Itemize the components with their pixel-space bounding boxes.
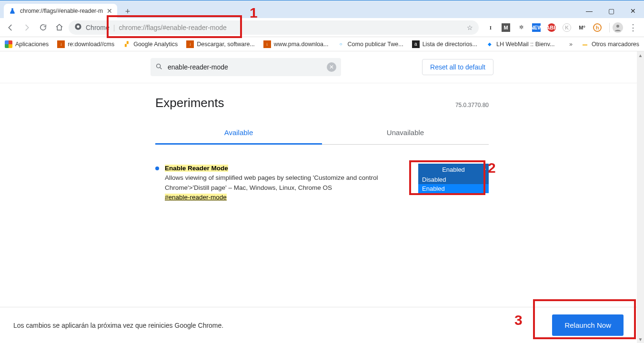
relaunch-bar: Los cambios se aplicarán la próxima vez … — [0, 307, 637, 343]
tab-unavailable[interactable]: Unavailable — [322, 122, 489, 144]
ext-k-icon[interactable]: K — [563, 23, 571, 32]
svg-point-2 — [616, 25, 619, 28]
url-prefix: Chrome — [86, 24, 110, 31]
minimize-button[interactable]: — — [578, 4, 600, 18]
svg-point-1 — [77, 25, 79, 28]
ext-m-icon[interactable]: M° — [578, 23, 586, 32]
new-tab-button[interactable]: + — [121, 5, 134, 18]
close-tab-icon[interactable]: ✕ — [107, 7, 112, 15]
ext-abp-icon[interactable]: ABP — [547, 23, 556, 32]
back-button[interactable] — [4, 21, 17, 34]
window-close-button[interactable]: ✕ — [622, 4, 644, 18]
clear-search-icon[interactable]: ✕ — [327, 62, 336, 72]
bookmark-apps[interactable]: Aplicaciones — [5, 40, 49, 48]
bookmarks-bar: Aplicaciones ↓re:download//cms ▞Google A… — [0, 37, 644, 51]
tab-title: chrome://flags/#enable-reader-m — [20, 8, 103, 14]
reset-all-button[interactable]: Reset all to default — [422, 59, 493, 75]
version-label: 75.0.3770.80 — [455, 102, 489, 108]
bookmark-item[interactable]: ○Como publicar Twe... — [337, 40, 403, 48]
ext-new-icon[interactable]: NEW — [532, 23, 541, 32]
flag-description: Allows viewing of simplified web pages b… — [165, 174, 378, 191]
flag-row: Enable Reader Mode Allows viewing of sim… — [155, 164, 489, 202]
search-value: enable-reader-mode — [168, 63, 228, 71]
dropdown-option-disabled[interactable]: Disabled — [418, 175, 489, 184]
bookmark-item[interactable]: aLista de directorios... — [412, 40, 477, 48]
bookmark-item[interactable]: ↓re:download//cms — [57, 40, 114, 48]
address-bar[interactable]: Chrome | chrome://flags/#enable-reader-m… — [69, 20, 479, 35]
other-bookmarks[interactable]: ▬Otros marcadores — [581, 40, 639, 48]
vertical-scrollbar[interactable]: ▲ ▼ — [637, 51, 644, 343]
flag-indicator-icon — [155, 167, 159, 170]
browser-tab[interactable]: chrome://flags/#enable-reader-m ✕ — [4, 4, 117, 18]
flag-title: Enable Reader Mode — [165, 165, 228, 172]
url-text: chrome://flags/#enable-reader-mode — [119, 24, 226, 31]
forward-button[interactable] — [20, 21, 33, 34]
bookmark-item[interactable]: ↓www.pma.downloa... — [263, 40, 329, 48]
ext-h-icon[interactable]: h — [593, 23, 602, 32]
profile-avatar[interactable] — [613, 22, 623, 33]
scroll-down-icon[interactable]: ▼ — [637, 335, 644, 343]
bookmark-star-icon[interactable]: ☆ — [467, 24, 473, 31]
bookmark-item[interactable]: ▞Google Analytics — [123, 40, 178, 48]
tab-available[interactable]: Available — [155, 122, 322, 145]
flag-dropdown[interactable]: Enabled Disabled Enabled — [418, 164, 489, 193]
home-button[interactable] — [52, 21, 66, 34]
chrome-icon — [74, 23, 82, 32]
ext-instapaper-icon[interactable]: I — [486, 23, 495, 32]
reload-button[interactable] — [36, 21, 50, 34]
dropdown-selected[interactable]: Enabled — [418, 164, 489, 175]
dropdown-option-enabled[interactable]: Enabled — [418, 184, 489, 193]
flag-hash-link[interactable]: #enable-reader-mode — [165, 194, 227, 201]
page-title: Experiments — [155, 96, 224, 110]
flag-search-input[interactable]: enable-reader-mode ✕ — [151, 58, 341, 76]
relaunch-message: Los cambios se aplicarán la próxima vez … — [13, 322, 223, 329]
search-icon — [155, 63, 163, 72]
bookmark-item[interactable]: ↓Descargar, software... — [186, 40, 255, 48]
toolbar: Chrome | chrome://flags/#enable-reader-m… — [0, 18, 644, 37]
menu-button[interactable]: ⋮ — [626, 22, 640, 33]
tab-strip: chrome://flags/#enable-reader-m ✕ + — ▢ … — [0, 4, 644, 18]
ext-gear-icon[interactable]: ✲ — [517, 23, 525, 32]
svg-point-3 — [157, 64, 161, 68]
scroll-up-icon[interactable]: ▲ — [637, 51, 644, 59]
bookmark-overflow[interactable]: » — [569, 41, 573, 48]
bookmark-item[interactable]: ◆LH WebMail :: Bienv... — [486, 40, 555, 48]
ext-gmail-icon[interactable]: M — [502, 23, 510, 32]
flask-icon — [9, 7, 16, 15]
relaunch-button[interactable]: Relaunch Now — [552, 314, 624, 336]
maximize-button[interactable]: ▢ — [600, 4, 622, 18]
